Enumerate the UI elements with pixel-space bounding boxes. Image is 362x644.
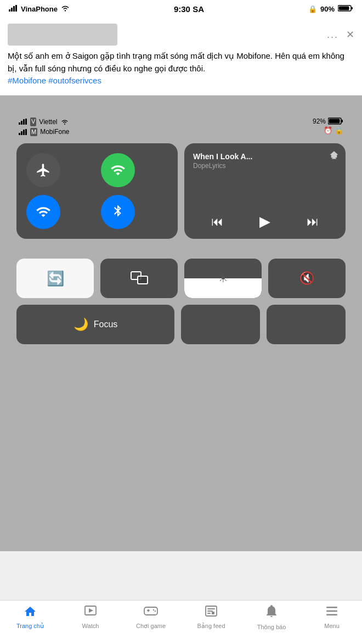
ios-icons: ⏰ 🔒 [324,126,343,135]
svg-rect-1 [11,8,13,12]
home-label: Trang chủ [16,623,44,630]
svg-rect-34 [326,614,337,616]
post-actions: ... ✕ [327,29,354,41]
third-row: 🌙 Focus [16,305,346,344]
moon-icon: 🌙 [73,317,88,332]
media-panel: When I Look A... DopeLyrics ⏮ ▶ ⏭ [184,143,346,239]
ios-status-left: V Viettel M MobiFone [19,117,70,137]
feed-icon [205,605,218,620]
svg-rect-28 [207,608,215,609]
more-button[interactable]: ... [327,29,338,41]
svg-rect-13 [23,130,25,135]
svg-rect-7 [19,122,20,125]
next-button[interactable]: ⏭ [307,215,319,229]
bell-icon [265,605,278,621]
signal-icon [9,5,18,13]
svg-rect-12 [21,131,22,135]
ios-status-right: 92% ⏰ 🔒 [313,117,343,135]
control-center: When I Look A... DopeLyrics ⏮ ▶ ⏭ [16,143,346,252]
svg-rect-8 [21,121,22,125]
volume-slider[interactable]: 🔇 [268,259,346,298]
ios-status: V Viettel M MobiFone [16,117,346,137]
game-label: Chơi game [136,623,166,630]
mobifone-label: MobiFone [40,127,69,137]
prev-button[interactable]: ⏮ [211,215,223,229]
nav-item-home[interactable]: Trang chủ [0,605,60,630]
screen-mirror-button[interactable] [100,259,178,298]
carrier-label: VinaPhone [21,5,58,13]
bluetooth-button[interactable] [101,195,135,229]
svg-rect-24 [148,609,149,612]
post-header: ... ✕ [8,24,354,46]
lock-icon: 🔒 [308,5,317,13]
svg-rect-32 [326,607,337,608]
svg-rect-2 [13,6,15,12]
svg-rect-9 [23,119,25,125]
media-track: When I Look A... [193,152,337,161]
svg-rect-0 [9,9,10,12]
svg-point-25 [153,609,154,611]
watch-play-icon [84,605,97,620]
cellular-button[interactable] [101,153,135,187]
screen-lock-icon: 🔒 [335,126,343,135]
status-left: VinaPhone [9,5,70,13]
placeholder-tile-1 [181,305,260,344]
svg-marker-21 [89,608,93,613]
focus-button[interactable]: 🌙 Focus [16,305,174,344]
svg-point-26 [155,611,156,612]
media-artist: DopeLyrics [193,162,337,170]
connectivity-panel [16,143,178,239]
menu-icon [325,605,338,620]
wifi-button[interactable] [26,195,60,229]
post-text: Một số anh em ở Saigon gặp tình trạng mấ… [8,50,354,87]
media-controls: ⏮ ▶ ⏭ [193,213,337,230]
rotation-lock-button[interactable]: 🔄 [16,259,94,298]
svg-rect-33 [326,611,337,612]
home-icon [24,605,37,620]
feed-label: Bảng feed [197,623,225,630]
viettel-status: V Viettel [19,117,70,127]
svg-rect-31 [212,612,214,614]
post-avatar [8,24,117,46]
close-button[interactable]: ✕ [346,29,354,41]
post-hashtags[interactable]: #Mobifone #outofserivces [8,76,101,85]
nav-item-feed[interactable]: Bảng feed [181,605,241,630]
svg-rect-14 [25,129,27,135]
svg-rect-3 [15,5,17,12]
menu-label: Menu [324,623,340,629]
airplay-icon[interactable] [329,150,339,161]
status-right: 🔒 90% [308,4,353,14]
watch-label: Watch [82,623,99,629]
bottom-nav: Trang chủ Watch Chơi game [0,600,362,644]
viettel-label: Viettel [39,117,57,127]
battery-percent: 90% [320,5,335,13]
ios-battery-percent: 92% [313,117,326,125]
svg-rect-17 [329,119,340,124]
svg-rect-16 [341,120,343,122]
placeholder-tile-2 [267,305,346,344]
nav-item-menu[interactable]: Menu [302,605,362,629]
rotation-lock-icon: 🔄 [47,270,64,287]
play-button[interactable]: ▶ [259,213,270,230]
svg-rect-19 [138,276,148,284]
brightness-slider[interactable]: ☀ [184,259,262,298]
svg-rect-5 [351,7,353,9]
nav-item-notifications[interactable]: Thông báo [241,605,302,630]
nav-item-game[interactable]: Chơi game [121,605,181,630]
mobifone-badge: M [30,128,37,136]
battery-icon [338,4,353,14]
svg-rect-30 [207,613,211,614]
svg-rect-11 [19,133,20,135]
screenshot-container: V Viettel M MobiFone [0,96,362,551]
svg-rect-10 [25,119,27,125]
airplane-mode-button[interactable] [26,153,60,187]
status-bar: VinaPhone 9:30 SA 🔒 90% [0,0,362,18]
nav-item-watch[interactable]: Watch [60,605,121,629]
wifi-icon [61,5,70,13]
post-area: ... ✕ Một số anh em ở Saigon gặp tình tr… [0,18,362,96]
mobifone-status: M MobiFone [19,127,70,137]
ios-battery: 92% [313,117,343,125]
notifications-label: Thông báo [257,624,286,630]
post-content: Một số anh em ở Saigon gặp tình trạng mấ… [8,51,344,73]
second-row: 🔄 ☀ 🔇 [16,259,346,298]
